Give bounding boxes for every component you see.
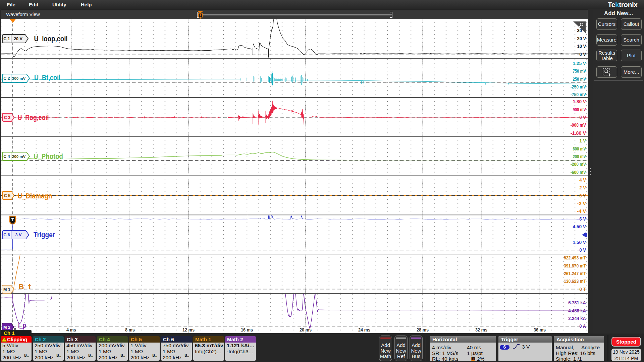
svg-text:1.25 V: 1.25 V (573, 61, 586, 66)
svg-text:522.493 mT: 522.493 mT (564, 255, 586, 260)
svg-text:!: ! (4, 338, 5, 342)
svg-text:300 mV: 300 mV (12, 76, 26, 80)
svg-text:U_Photod: U_Photod (34, 153, 63, 161)
svg-text:M 2: M 2 (3, 325, 10, 330)
svg-text:M 1: M 1 (3, 287, 10, 292)
svg-text:1.50 V: 1.50 V (573, 240, 586, 245)
svg-text:4.50 V: 4.50 V (573, 224, 586, 229)
svg-text:28 ms: 28 ms (417, 327, 429, 333)
svg-text:6.731 kA: 6.731 kA (568, 300, 586, 305)
svg-text:200 mV: 200 mV (573, 154, 586, 159)
svg-text:4 V: 4 V (579, 177, 586, 183)
svg-text:750 mV: 750 mV (573, 68, 586, 74)
svg-text:12 ms: 12 ms (182, 327, 195, 333)
svg-text:0 V: 0 V (579, 52, 586, 57)
svg-text:T: T (472, 357, 474, 361)
svg-text:2.244 kA: 2.244 kA (568, 316, 586, 321)
svg-text:U_Rog,coil: U_Rog,coil (18, 114, 49, 122)
svg-text:C 4: C 4 (3, 154, 10, 159)
svg-text:-200 mV: -200 mV (571, 162, 586, 167)
svg-text:C 5: C 5 (4, 193, 11, 198)
svg-text:C 3: C 3 (4, 115, 11, 120)
svg-text:0 V: 0 V (579, 247, 586, 253)
svg-text:Trigger: Trigger (34, 231, 55, 239)
svg-text:0 V: 0 V (579, 193, 586, 198)
svg-text:36 ms: 36 ms (534, 327, 546, 333)
svg-text:U_Diamagn: U_Diamagn (18, 192, 52, 200)
svg-text:B_t: B_t (18, 283, 31, 291)
svg-text:20 V: 20 V (577, 36, 586, 41)
svg-text:900 mV: 900 mV (573, 107, 586, 112)
svg-text:-1.80 V: -1.80 V (571, 130, 586, 136)
svg-text:20 V: 20 V (14, 37, 22, 41)
svg-text:130.623 mT: 130.623 mT (564, 279, 586, 284)
svg-text:391.870 mT: 391.870 mT (564, 263, 586, 268)
svg-text:T: T (11, 217, 14, 222)
svg-text:-750 mV: -750 mV (571, 92, 586, 97)
svg-text:0 A: 0 A (579, 323, 586, 329)
svg-text:0 V: 0 V (579, 115, 586, 120)
svg-text:6 V: 6 V (579, 216, 586, 222)
svg-text:600 mV: 600 mV (573, 146, 586, 152)
svg-text:1.80 V: 1.80 V (573, 99, 586, 104)
svg-text:1 V: 1 V (579, 138, 586, 143)
svg-text:10 V: 10 V (577, 44, 586, 49)
svg-text:U_loop,coil: U_loop,coil (34, 35, 68, 43)
svg-text:C 6: C 6 (3, 233, 10, 237)
svg-text:32 ms: 32 ms (475, 327, 487, 333)
svg-text:-2 V: -2 V (577, 201, 586, 206)
svg-text:0 T: 0 T (579, 287, 586, 292)
svg-text:200 mV: 200 mV (12, 155, 26, 159)
svg-text:U_Bt,coil: U_Bt,coil (34, 74, 60, 82)
svg-text:C 2: C 2 (3, 76, 10, 81)
svg-text:-250 mV: -250 mV (571, 84, 586, 89)
svg-text:3 V: 3 V (15, 233, 22, 237)
svg-text:I_p: I_p (18, 321, 26, 329)
svg-text:-900 mV: -900 mV (571, 122, 586, 128)
svg-text:8 ms: 8 ms (125, 327, 135, 333)
svg-text:250 mV: 250 mV (573, 76, 586, 82)
svg-text:T: T (199, 13, 202, 17)
svg-text:C 1: C 1 (3, 37, 10, 41)
svg-text:2 V: 2 V (579, 185, 586, 190)
svg-text:261.247 mT: 261.247 mT (564, 271, 586, 276)
svg-text:-600 mV: -600 mV (571, 170, 586, 175)
svg-text:24 ms: 24 ms (358, 327, 370, 333)
svg-text:4.488 kA: 4.488 kA (568, 308, 586, 313)
svg-text:-4 V: -4 V (577, 208, 586, 214)
svg-text:20 ms: 20 ms (300, 327, 312, 333)
svg-text:4 ms: 4 ms (66, 327, 76, 333)
svg-text:16 ms: 16 ms (241, 327, 253, 333)
